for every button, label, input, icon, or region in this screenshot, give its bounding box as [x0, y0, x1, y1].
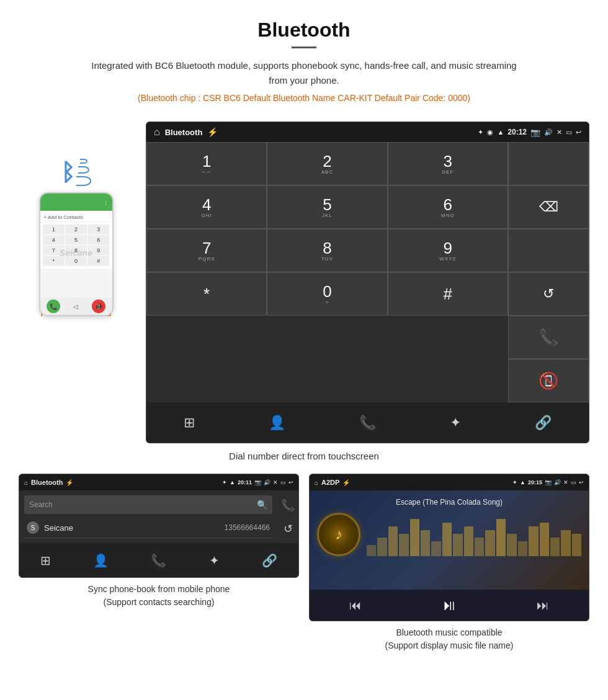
pb-status-left: ⌂ Bluetooth ⚡	[24, 479, 73, 486]
phone-key-1[interactable]: 1	[43, 224, 65, 234]
bottom-screenshots: ⌂ Bluetooth ⚡ ✦ ▲ 20:11 📷 🔊 ✕ ▭ ↩	[0, 474, 608, 652]
phone-key-hash[interactable]: #	[87, 256, 109, 266]
phone-key-0[interactable]: 0	[65, 256, 87, 266]
music-status-bar: ⌂ A2DP ⚡ ✦ ▲ 20:15 📷 🔊 ✕ ▭ ↩	[310, 474, 589, 490]
dialer-backspace[interactable]: ⌫	[508, 185, 589, 229]
dialer-call-green[interactable]: 📞	[508, 316, 589, 359]
dialer-status-bar: ⌂ Bluetooth ⚡ ✦ ◉ ▲ 20:12 📷 🔊 ✕ ▭ ↩	[146, 122, 589, 142]
phone-keypad: 1 2 3 4 5 6 7 8 9 * 0 #	[43, 224, 110, 266]
pb-right-phone-icon[interactable]: 📞	[281, 498, 295, 512]
dialer-key-hash[interactable]: #	[388, 272, 508, 316]
bt-status-icon: ✦	[478, 128, 483, 136]
dialer-key-6[interactable]: 6MNO	[388, 185, 508, 229]
phonebook-caption: Sync phone-book from mobile phone (Suppo…	[88, 583, 230, 609]
pb-volume-icon: 🔊	[264, 479, 270, 485]
play-pause-button[interactable]: ⏯	[442, 596, 457, 614]
music-status-left: ⌂ A2DP ⚡	[315, 479, 350, 486]
dial-caption: Dial number direct from touchscreen	[0, 451, 608, 461]
prev-button[interactable]: ⏮	[349, 598, 362, 613]
next-button[interactable]: ⏭	[537, 598, 549, 613]
home-icon[interactable]: ⌂	[154, 126, 160, 138]
wave-large	[76, 176, 91, 186]
bottom-phone-icon[interactable]: 📞	[359, 415, 376, 431]
signal-icon: ▲	[497, 128, 504, 136]
phone-key-2[interactable]: 2	[65, 224, 87, 234]
contact-row-seicane[interactable]: S Seicane 13566664466	[24, 518, 272, 538]
pb-bt-icon: ✦	[222, 479, 227, 485]
music-time: 20:15	[528, 479, 542, 485]
bottom-contacts-icon[interactable]: 👤	[269, 415, 285, 431]
dialer-key-1[interactable]: 1∽∽	[146, 142, 267, 185]
search-icon[interactable]: 🔍	[257, 500, 267, 510]
music-x-icon: ✕	[563, 479, 568, 485]
contact-letter-s: S	[27, 521, 39, 534]
music-signal-icon: ▲	[520, 479, 525, 485]
dialer-area: 1∽∽ 2ABC 3DEF 4GHI 5JKL 6MNO 7PQRS 8TUV …	[146, 142, 589, 402]
equalizer	[367, 513, 581, 556]
phone-top-bar: ⋮	[40, 193, 112, 211]
dialer-row-1: 1∽∽ 2ABC 3DEF	[146, 142, 508, 185]
dialer-key-4[interactable]: 4GHI	[146, 185, 267, 229]
phone-key-9[interactable]: 9	[87, 246, 109, 255]
bluetooth-icon: ᛒ	[61, 159, 75, 186]
dialer-row-4: * 0+ #	[146, 272, 508, 316]
pb-status-right: ✦ ▲ 20:11 📷 🔊 ✕ ▭ ↩	[222, 479, 293, 485]
phone-key-5[interactable]: 5	[65, 235, 87, 245]
dialer-key-5[interactable]: 5JKL	[267, 185, 387, 229]
main-screen-area: ᛒ ⋮ + Add to Contacts 1 2 3 4 5	[0, 122, 608, 443]
phone-end-button[interactable]: 📵	[92, 299, 105, 313]
pb-contacts-active-icon[interactable]: 👤	[93, 553, 109, 568]
dialer-key-7[interactable]: 7PQRS	[146, 229, 267, 272]
phone-key-8[interactable]: 8	[65, 246, 87, 255]
dialer-main: 1∽∽ 2ABC 3DEF 4GHI 5JKL 6MNO 7PQRS 8TUV …	[146, 142, 508, 402]
bottom-keypad-icon[interactable]: ⊞	[184, 415, 195, 431]
phone-key-6[interactable]: 6	[87, 235, 109, 245]
dialer-key-star[interactable]: *	[146, 272, 267, 316]
dialer-row-3: 7PQRS 8TUV 9WXYZ	[146, 229, 508, 272]
bottom-bluetooth-icon[interactable]: ✦	[450, 415, 461, 431]
phone-more-icon: ⋮	[104, 200, 109, 205]
pb-keypad-icon[interactable]: ⊞	[40, 553, 51, 568]
dialer-key-2[interactable]: 2ABC	[267, 142, 387, 185]
pb-bt-bottom-icon[interactable]: ✦	[209, 553, 220, 568]
header-divider	[292, 47, 316, 48]
dialer-right-column: ⌫ ↺ 📞 📵	[508, 142, 589, 402]
dialer-key-3[interactable]: 3DEF	[388, 142, 508, 185]
phone-key-3[interactable]: 3	[87, 224, 109, 234]
phone-back-button[interactable]: ◁	[73, 303, 78, 310]
phonebook-screen: ⌂ Bluetooth ⚡ ✦ ▲ 20:11 📷 🔊 ✕ ▭ ↩	[19, 474, 299, 578]
dialer-empty-2	[508, 229, 589, 272]
camera-icon: 📷	[530, 128, 540, 137]
phone-bottom-bar: 📞 ◁ 📵	[40, 298, 112, 315]
music-camera-icon: 📷	[545, 479, 552, 485]
pb-right-refresh-icon[interactable]: ↺	[284, 522, 293, 536]
music-block: ⌂ A2DP ⚡ ✦ ▲ 20:15 📷 🔊 ✕ ▭ ↩ Escape (The…	[309, 474, 589, 652]
phone-add-contact: + Add to Contacts	[43, 213, 110, 222]
dialer-row-2: 4GHI 5JKL 6MNO	[146, 185, 508, 229]
music-caption: Bluetooth music compatible (Support disp…	[385, 626, 514, 652]
header-specs: (Bluetooth chip : CSR BC6 Default Blueto…	[12, 93, 596, 103]
pb-time: 20:11	[238, 479, 252, 485]
dialer-key-9[interactable]: 9WXYZ	[388, 229, 508, 272]
phone-key-7[interactable]: 7	[43, 246, 65, 255]
search-bar[interactable]: Search 🔍	[24, 495, 272, 514]
phone-key-4[interactable]: 4	[43, 235, 65, 245]
header-description: Integrated with BC6 Bluetooth module, su…	[87, 58, 521, 88]
phone-call-button[interactable]: 📞	[47, 299, 60, 313]
music-home-icon[interactable]: ⌂	[315, 479, 318, 486]
phonebook-block: ⌂ Bluetooth ⚡ ✦ ▲ 20:11 📷 🔊 ✕ ▭ ↩	[19, 474, 299, 652]
dialer-key-8[interactable]: 8TUV	[267, 229, 387, 272]
pb-phone-icon[interactable]: 📞	[151, 553, 166, 568]
phone-illustration: ᛒ ⋮ + Add to Contacts 1 2 3 4 5	[19, 122, 133, 319]
phone-mockup: ⋮ + Add to Contacts 1 2 3 4 5 6 7 8 9 * …	[39, 192, 114, 316]
pb-link-icon[interactable]: 🔗	[262, 553, 277, 568]
music-window-icon: ▭	[571, 479, 576, 485]
phone-key-star[interactable]: *	[43, 256, 65, 266]
bottom-link-icon[interactable]: 🔗	[535, 415, 552, 431]
search-placeholder: Search	[29, 500, 53, 509]
pb-home-icon[interactable]: ⌂	[24, 479, 28, 486]
dialer-key-0[interactable]: 0+	[267, 272, 387, 316]
dialer-refresh[interactable]: ↺	[508, 272, 589, 316]
back-icon: ↩	[576, 128, 581, 136]
dialer-call-red[interactable]: 📵	[508, 359, 589, 402]
